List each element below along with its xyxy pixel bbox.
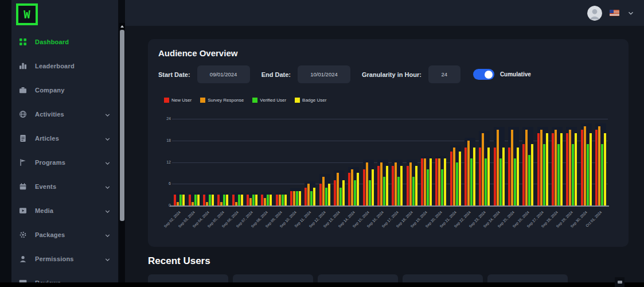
bar-survey-response <box>497 130 499 205</box>
bar-survey-response <box>409 162 412 206</box>
sidebar-item-dashboard[interactable]: Dashboard <box>11 30 118 54</box>
gear-icon <box>18 230 28 239</box>
bar-survey-response <box>249 198 252 205</box>
sidebar-item-events[interactable]: Events <box>11 174 118 199</box>
bar-survey-response <box>322 177 325 205</box>
sidebar-item-company[interactable]: Company <box>11 78 118 102</box>
scrollbar-thumb[interactable] <box>120 30 124 221</box>
sidebar-item-programs[interactable]: Programs <box>11 150 118 174</box>
sidebar-item-permissions[interactable]: Permissions <box>11 247 118 271</box>
sidebar-item-leaderboard[interactable]: Leaderboard <box>11 54 118 78</box>
bar-verified-user <box>499 158 502 205</box>
chevron-down-icon <box>104 135 111 142</box>
sidebar-item-activities[interactable]: Activities <box>11 102 118 126</box>
bar-verified-user <box>383 177 385 205</box>
bar-survey-response <box>235 202 237 205</box>
chart-controls: Start Date: End Date: Granularity in Hou… <box>158 65 531 83</box>
bar-new-user <box>508 148 510 205</box>
bar-badge-user <box>372 169 374 205</box>
bar-survey-response <box>525 130 528 205</box>
bar-new-user <box>494 148 496 205</box>
bar-verified-user <box>557 144 560 205</box>
granularity-label: Granularity in Hour: <box>362 71 421 78</box>
sidebar-item-articles[interactable]: Articles <box>11 126 118 150</box>
sidebar-scrollbar[interactable] <box>119 23 125 282</box>
bar-verified-user <box>179 195 182 205</box>
start-date-input[interactable] <box>197 65 250 83</box>
bar-badge-user <box>430 158 432 205</box>
bar-badge-user <box>270 195 272 205</box>
user-avatar[interactable] <box>587 6 602 21</box>
legend-label: New User <box>171 98 192 103</box>
legend-label: Survey Response <box>208 98 244 103</box>
bar-new-user <box>348 173 350 205</box>
bar-badge-user <box>212 195 214 205</box>
start-date-label: Start Date: <box>158 71 190 78</box>
cumulative-toggle[interactable] <box>473 69 494 80</box>
y-axis-tick-label: 12 <box>156 160 171 164</box>
legend-item[interactable]: Survey Response <box>200 98 244 103</box>
bar-badge-user <box>400 166 403 205</box>
bar-survey-response <box>351 169 353 205</box>
bar-new-user <box>290 191 292 205</box>
document-icon <box>18 134 28 143</box>
bar-verified-user <box>339 188 342 205</box>
bar-badge-user <box>241 195 243 205</box>
bar-verified-user <box>485 158 487 205</box>
bar-badge-user <box>386 166 388 205</box>
legend-swatch <box>164 98 169 103</box>
chevron-down-icon[interactable] <box>627 9 635 17</box>
end-date-input[interactable] <box>298 65 350 83</box>
x-axis-line <box>170 205 609 207</box>
bar-badge-user <box>328 184 330 205</box>
sidebar-item-packages[interactable]: Packages <box>11 223 118 247</box>
sidebar-item-label: Company <box>35 87 65 94</box>
bar-survey-response <box>540 130 542 205</box>
sidebar-item-label: Media <box>35 207 53 214</box>
legend-item[interactable]: Badge User <box>295 98 326 103</box>
bar-badge-user <box>604 133 606 205</box>
bar-verified-user <box>296 191 298 205</box>
app-root: W DashboardLeaderboardCompanyActivitiesA… <box>0 0 644 287</box>
gridline <box>172 119 608 119</box>
granularity-input[interactable] <box>428 65 460 83</box>
chevron-down-icon <box>104 183 111 191</box>
bar-new-user <box>522 144 525 205</box>
bar-new-user <box>377 166 380 205</box>
sidebar-item-media[interactable]: Media <box>11 199 118 223</box>
bar-survey-response <box>192 202 194 205</box>
language-flag-icon[interactable] <box>610 10 619 16</box>
bar-survey-response <box>177 202 179 205</box>
bar-survey-response <box>279 195 281 205</box>
cumulative-label: Cumulative <box>500 71 531 77</box>
bar-new-user <box>537 133 540 205</box>
app-logo[interactable]: W <box>16 3 38 25</box>
scroll-corner-button[interactable] <box>615 277 625 287</box>
bar-survey-response <box>293 191 295 205</box>
bar-new-user <box>392 166 394 205</box>
flag-icon <box>18 158 28 167</box>
legend-swatch <box>200 98 205 103</box>
y-axis-tick-label: 0 <box>156 203 171 207</box>
bar-new-user <box>189 195 191 205</box>
bar-verified-user <box>470 158 473 205</box>
bar-verified-user <box>282 195 284 205</box>
bar-verified-user <box>456 162 458 206</box>
bar-survey-response <box>380 162 383 206</box>
scroll-up-button[interactable] <box>119 23 125 29</box>
bar-survey-response <box>395 162 397 206</box>
legend-item[interactable]: Verified User <box>252 98 286 103</box>
chevron-down-icon <box>104 255 111 263</box>
bar-new-user <box>203 195 205 205</box>
bar-verified-user <box>325 188 327 205</box>
bar-new-user <box>334 180 336 205</box>
bar-verified-user <box>310 191 313 205</box>
y-axis-tick-label: 6 <box>156 181 171 185</box>
bar-chart-icon <box>18 61 28 71</box>
bar-new-user <box>305 188 307 205</box>
legend-item[interactable]: New User <box>164 98 192 103</box>
bar-badge-user <box>197 195 200 205</box>
bar-new-user <box>479 148 481 205</box>
media-icon <box>18 206 28 215</box>
bar-survey-response <box>307 184 310 205</box>
